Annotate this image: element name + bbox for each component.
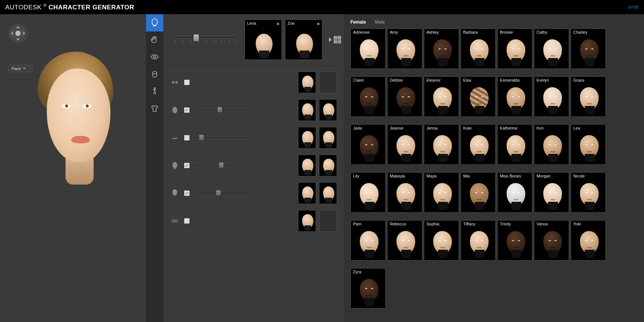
face-preset[interactable]: Lea (571, 124, 606, 165)
face-preset[interactable]: Lily (350, 172, 386, 213)
feature-thumb-b-empty[interactable] (319, 72, 337, 93)
feature-slider[interactable] (194, 108, 252, 112)
preset-label: Venus (537, 222, 548, 226)
preset-label: Zyra (353, 270, 361, 274)
feature-slider[interactable] (194, 164, 252, 167)
feature-checkbox[interactable] (184, 218, 189, 224)
face-preset[interactable]: Claire (350, 76, 386, 117)
caret-down-icon (23, 68, 26, 71)
feature-thumb-a[interactable] (298, 155, 316, 176)
category-body[interactable] (146, 83, 163, 100)
character-preview[interactable] (30, 52, 127, 190)
feature-thumb-a[interactable] (298, 210, 316, 232)
face-preset[interactable]: Jeanne (387, 124, 422, 165)
blend-source-0[interactable]: Lena× (244, 19, 282, 60)
preset-label: Cathy (537, 30, 547, 34)
feature-thumb-b[interactable] (319, 127, 337, 149)
feature-thumb-b[interactable] (319, 182, 337, 204)
face-preset[interactable]: Rebecca (387, 220, 422, 261)
feature-checkbox[interactable] (184, 80, 189, 85)
svg-point-8 (173, 162, 177, 168)
face-preset[interactable]: Sophia (424, 220, 459, 261)
preset-label: Makayla (390, 174, 405, 178)
feature-checkbox[interactable]: ✓ (184, 191, 189, 196)
view-select[interactable]: Face (8, 65, 33, 72)
face-preset[interactable]: Zyra (350, 268, 386, 309)
face-preset[interactable]: Katherine (497, 124, 532, 165)
face-preset[interactable]: Esmeralda (497, 76, 532, 117)
face-preset[interactable]: Barbara (461, 28, 496, 69)
svg-point-5 (172, 81, 174, 84)
face-preset[interactable]: Evelyn (534, 76, 569, 117)
face-preset[interactable]: Adrienne (350, 28, 386, 69)
category-hair[interactable] (146, 66, 163, 83)
face-preset[interactable]: Kim (534, 124, 569, 165)
face-preset[interactable]: Debbie (387, 76, 422, 117)
category-skin[interactable] (146, 31, 163, 49)
preset-label: Rebecca (390, 222, 406, 226)
preset-label: Lily (353, 174, 359, 178)
preset-label: Barbara (463, 30, 478, 34)
face-preset[interactable]: Ashley (424, 28, 459, 69)
orbit-gizmo[interactable] (8, 24, 28, 43)
feature-thumb-b[interactable] (319, 99, 337, 121)
category-face[interactable] (146, 14, 163, 31)
category-clothes[interactable] (146, 100, 163, 118)
brand: AUTODESK ® CHARACTER GENERATOR (5, 3, 134, 11)
feature-checkbox[interactable] (184, 135, 189, 140)
feature-checkbox[interactable]: ✓ (184, 163, 189, 168)
category-eyes[interactable] (146, 49, 163, 66)
feature-thumb-b-empty[interactable] (319, 210, 337, 232)
face-preset[interactable]: Venus (534, 220, 569, 261)
svg-point-12 (172, 220, 174, 222)
face-preset[interactable]: Charley (571, 28, 606, 69)
face-preset[interactable]: Jenna (424, 124, 459, 165)
svg-point-13 (175, 220, 178, 222)
feature-thumb-a[interactable] (298, 99, 316, 121)
feature-checkbox[interactable]: ✓ (184, 107, 189, 113)
viewport-panel[interactable]: Face (0, 14, 146, 322)
face-preset[interactable]: Maya (424, 172, 459, 213)
preset-label: Pam (353, 222, 362, 226)
topbar: AUTODESK ® CHARACTER GENERATOR jim@ (0, 0, 644, 14)
face-preset[interactable]: Trinity (497, 220, 532, 261)
face-preset[interactable]: Grace (571, 76, 606, 117)
preset-label: Esmeralda (500, 78, 520, 82)
master-blend-slider[interactable] (175, 32, 237, 47)
jaw-feature-icon (170, 188, 180, 198)
face-preset[interactable]: Kate (461, 124, 496, 165)
blend-source-1[interactable]: Zoe× (285, 19, 322, 60)
expand-library-toggle[interactable] (328, 36, 341, 43)
tab-female[interactable]: Female (350, 19, 366, 25)
feature-thumb-a[interactable] (298, 72, 316, 93)
face-preset[interactable]: Brooke (497, 28, 532, 69)
face-preset[interactable]: Tiffany (461, 220, 496, 261)
face-preset[interactable]: Pam (350, 220, 386, 261)
brand-heavy: CHARACTER GENERATOR (49, 3, 134, 10)
user-link[interactable]: jim@ (628, 4, 639, 10)
face-preset[interactable]: Amy (387, 28, 422, 69)
feature-slider[interactable] (194, 136, 252, 140)
face-preset-grid: AdrienneAmyAshleyBarbaraBrookeCathyCharl… (350, 28, 637, 309)
feature-thumb-a[interactable] (298, 182, 316, 204)
feature-slider[interactable] (194, 191, 252, 195)
body-icon (150, 87, 159, 97)
feature-thumb-a[interactable] (298, 127, 316, 149)
close-icon[interactable]: × (317, 21, 320, 27)
face-preset[interactable]: Elsa (461, 76, 496, 117)
face-preset[interactable]: Yoki (571, 220, 606, 261)
face-preset[interactable]: Mia (461, 172, 496, 213)
svg-point-10 (173, 189, 177, 195)
face-preset[interactable]: Jada (350, 124, 386, 165)
face-preset[interactable]: Cathy (534, 28, 569, 69)
feature-thumb-b[interactable] (319, 155, 337, 176)
face-preset[interactable]: Miss Bones (497, 172, 532, 213)
preset-label: Elsa (463, 78, 471, 82)
face-preset[interactable]: Makayla (387, 172, 422, 213)
tab-male[interactable]: Male (375, 19, 385, 25)
face-preset[interactable]: Nicole (571, 172, 606, 213)
face-preset[interactable]: Morgan (534, 172, 569, 213)
svg-point-2 (154, 88, 155, 89)
face-preset[interactable]: Eleanor (424, 76, 459, 117)
close-icon[interactable]: × (276, 21, 279, 27)
